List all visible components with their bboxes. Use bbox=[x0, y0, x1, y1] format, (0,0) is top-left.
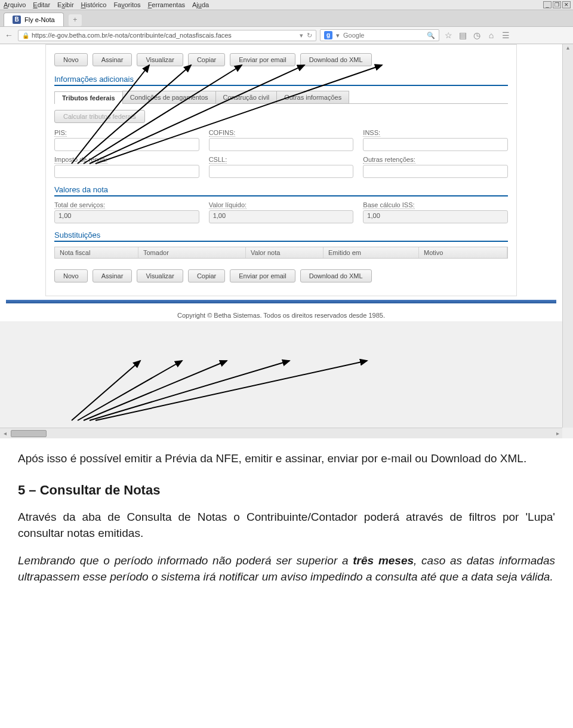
tab-outras-informacoes[interactable]: Outras informações bbox=[276, 91, 349, 103]
window-controls: _ ❐ ✕ bbox=[543, 1, 571, 8]
minimize-button[interactable]: _ bbox=[543, 1, 552, 8]
cofins-input[interactable] bbox=[209, 138, 354, 151]
visualizar-button-bottom[interactable]: Visualizar bbox=[137, 269, 183, 282]
search-input[interactable]: g ▾ Google 🔍 bbox=[320, 29, 439, 41]
paragraph-1: Após isso é possível emitir a Prévia da … bbox=[18, 450, 555, 467]
assinar-button-top[interactable]: Assinar bbox=[93, 53, 133, 66]
tab-tributos-federais[interactable]: Tributos federais bbox=[54, 91, 123, 104]
paragraph-2: Através da aba de Consulta de Notas o Co… bbox=[18, 509, 555, 542]
enviar-email-button-bottom[interactable]: Enviar por email bbox=[230, 269, 295, 282]
scroll-right-icon[interactable]: ▸ bbox=[553, 430, 562, 437]
section-info-title: Informações adicionais bbox=[54, 72, 508, 86]
favicon-icon: B bbox=[13, 16, 21, 24]
outras-retencoes-input[interactable] bbox=[363, 165, 508, 178]
browser-tab-strip: B Fly e-Nota + bbox=[0, 10, 573, 27]
download-xml-button-top[interactable]: Download do XML bbox=[300, 53, 372, 66]
tab-title: Fly e-Nota bbox=[24, 16, 55, 23]
menu-favoritos[interactable]: Favoritos bbox=[113, 1, 140, 8]
inss-label: INSS: bbox=[363, 129, 380, 137]
restore-button[interactable]: ❐ bbox=[553, 1, 561, 8]
base-calculo-value: 1,00 bbox=[363, 210, 508, 223]
scroll-thumb[interactable] bbox=[11, 430, 47, 437]
vertical-scrollbar[interactable]: ▴ bbox=[562, 44, 573, 428]
section-subs-title: Substituições bbox=[54, 228, 508, 242]
copiar-button-top[interactable]: Copiar bbox=[188, 53, 225, 66]
scroll-left-icon[interactable]: ◂ bbox=[0, 430, 10, 437]
downloads-icon[interactable]: ▤ bbox=[457, 30, 468, 40]
paragraph-3: Lembrando que o período informado não po… bbox=[18, 552, 555, 585]
menu-editar[interactable]: Editar bbox=[33, 1, 50, 8]
novo-button-top[interactable]: Novo bbox=[54, 53, 88, 66]
url-input[interactable]: 🔒 https://e-gov.betha.com.br/e-nota/cont… bbox=[18, 30, 316, 41]
csll-label: CSLL: bbox=[209, 156, 227, 164]
th-emitido-em: Emitido em bbox=[324, 247, 419, 258]
section-valores-title: Valores da nota bbox=[54, 183, 508, 196]
copyright-text: Copyright © Betha Sistemas. Todos os dir… bbox=[6, 303, 556, 321]
svg-line-7 bbox=[84, 361, 227, 420]
pis-input[interactable] bbox=[54, 138, 199, 151]
history-icon[interactable]: ◷ bbox=[472, 30, 482, 40]
subs-table-header: Nota fiscal Tomador Valor nota Emitido e… bbox=[54, 247, 508, 259]
csll-input[interactable] bbox=[209, 165, 354, 178]
th-motivo: Motivo bbox=[419, 247, 507, 258]
dropdown-icon[interactable]: ▾ bbox=[300, 32, 303, 39]
search-placeholder: Google bbox=[343, 32, 364, 39]
google-icon: g bbox=[324, 31, 332, 39]
th-nota-fiscal: Nota fiscal bbox=[55, 247, 138, 258]
calcular-tributos-button[interactable]: Calcular tributos federais bbox=[54, 110, 145, 123]
browser-tab-active[interactable]: B Fly e-Nota bbox=[4, 13, 64, 26]
base-calculo-label: Base cálculo ISS: bbox=[363, 201, 414, 209]
document-body: Após isso é possível emitir a Prévia da … bbox=[0, 438, 573, 620]
th-tomador: Tomador bbox=[138, 247, 246, 258]
back-button[interactable]: ← bbox=[4, 30, 14, 41]
cofins-label: COFINS: bbox=[209, 129, 236, 137]
browser-menu-bar: Arquivo Editar Exibir Histórico Favorito… bbox=[0, 0, 573, 10]
svg-line-9 bbox=[96, 361, 367, 420]
total-servicos-value: 1,00 bbox=[54, 210, 199, 223]
svg-line-6 bbox=[78, 361, 182, 420]
search-icon[interactable]: 🔍 bbox=[427, 32, 435, 39]
novo-button-bottom[interactable]: Novo bbox=[54, 269, 88, 282]
menu-ferramentas[interactable]: Ferramentas bbox=[148, 1, 185, 8]
reload-button[interactable]: ↻ bbox=[307, 32, 312, 39]
svg-line-8 bbox=[90, 361, 289, 420]
heading-consultar-notas: 5 – Consultar de Notas bbox=[18, 483, 555, 498]
imposto-renda-input[interactable] bbox=[54, 165, 199, 178]
valor-liquido-value: 1,00 bbox=[209, 210, 354, 223]
tab-condicoes-pagamentos[interactable]: Condições de pagamentos bbox=[122, 91, 216, 103]
horizontal-scrollbar[interactable]: ◂ ▸ bbox=[0, 428, 562, 438]
total-servicos-label: Total de serviços: bbox=[54, 201, 105, 209]
tab-construcao-civil[interactable]: Construção civil bbox=[215, 91, 278, 103]
outras-retencoes-label: Outras retenções: bbox=[363, 156, 415, 164]
valor-liquido-label: Valor líquido: bbox=[209, 201, 247, 209]
lock-icon: 🔒 bbox=[22, 32, 29, 39]
bookmark-icon[interactable]: ☆ bbox=[443, 30, 454, 40]
pis-label: PIS: bbox=[54, 129, 67, 137]
visualizar-button-top[interactable]: Visualizar bbox=[137, 53, 183, 66]
toolbar-top: Novo Assinar Visualizar Copiar Enviar po… bbox=[54, 53, 508, 66]
menu-historico[interactable]: Histórico bbox=[81, 1, 107, 8]
new-tab-button[interactable]: + bbox=[69, 14, 82, 26]
svg-line-5 bbox=[72, 361, 140, 420]
address-bar: ← 🔒 https://e-gov.betha.com.br/e-nota/co… bbox=[0, 27, 573, 44]
download-xml-button-bottom[interactable]: Download do XML bbox=[300, 269, 372, 282]
home-icon[interactable]: ⌂ bbox=[486, 30, 497, 40]
copiar-button-bottom[interactable]: Copiar bbox=[188, 269, 225, 282]
scroll-up-icon[interactable]: ▴ bbox=[563, 44, 573, 54]
menu-ajuda[interactable]: Ajuda bbox=[192, 1, 209, 8]
enviar-email-button-top[interactable]: Enviar por email bbox=[230, 53, 295, 66]
url-text: https://e-gov.betha.com.br/e-nota/contri… bbox=[32, 32, 232, 39]
viewport: Novo Assinar Visualizar Copiar Enviar po… bbox=[0, 44, 573, 438]
menu-arquivo[interactable]: Arquivo bbox=[4, 1, 26, 8]
assinar-button-bottom[interactable]: Assinar bbox=[93, 269, 133, 282]
close-button[interactable]: ✕ bbox=[562, 1, 571, 8]
th-valor-nota: Valor nota bbox=[246, 247, 324, 258]
info-tabs: Tributos federais Condições de pagamento… bbox=[54, 91, 508, 104]
inss-input[interactable] bbox=[363, 138, 508, 151]
toolbar-bottom: Novo Assinar Visualizar Copiar Enviar po… bbox=[54, 269, 508, 282]
menu-exibir[interactable]: Exibir bbox=[57, 1, 74, 8]
imposto-renda-label: Imposto de renda: bbox=[54, 156, 107, 164]
menu-icon[interactable]: ☰ bbox=[500, 30, 511, 40]
